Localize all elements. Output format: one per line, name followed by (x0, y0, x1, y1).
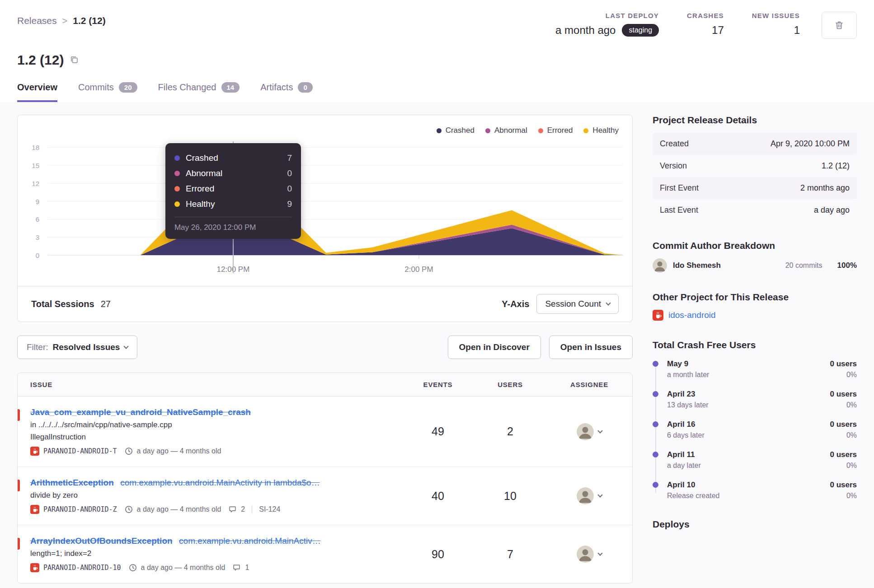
issue-title-link[interactable]: ArrayIndexOutOfBoundsException (30, 536, 173, 546)
breadcrumb-releases-link[interactable]: Releases (17, 15, 57, 26)
legend-healthy[interactable]: Healthy (583, 126, 619, 135)
issue-row[interactable]: Java_com_example_vu_android_NativeSample… (18, 397, 632, 467)
legend-crashed-label: Crashed (446, 126, 475, 135)
entry-subtitle: a day later (667, 462, 701, 470)
author-percent: 100% (837, 261, 857, 270)
crash-free-entry: April 11 0 users a day later 0% (667, 450, 857, 470)
y-tick-label: 12 (32, 179, 39, 187)
detail-value: 1.2 (12) (822, 161, 850, 171)
tab-overview-label: Overview (17, 82, 57, 93)
issue-title-link[interactable]: Java_com_example_vu_android_NativeSample… (30, 407, 251, 417)
assignee-dropdown[interactable] (546, 423, 632, 440)
y-tick-label: 15 (32, 162, 39, 169)
entry-users: 0 users (830, 450, 857, 459)
chart-footer: Total Sessions 27 Y-Axis Session Count (18, 286, 632, 322)
assignee-dropdown[interactable] (546, 487, 632, 504)
project-tag: PARANOID-ANDROID-T (43, 447, 117, 455)
entry-users: 0 users (830, 420, 857, 429)
resolved-indicator-bar (18, 409, 20, 421)
deploys-heading: Deploys (653, 519, 857, 530)
tab-files-changed[interactable]: Files Changed 14 (158, 82, 240, 102)
crashes-value: 17 (712, 24, 724, 37)
legend-errored[interactable]: Errored (538, 126, 573, 135)
page-header: Releases > 1.2 (12) LAST DEPLOY a month … (0, 0, 874, 102)
entry-users: 0 users (830, 481, 857, 490)
entry-users: 0 users (830, 359, 857, 369)
issues-filter-dropdown[interactable]: Filter: Resolved Issues (17, 336, 137, 359)
y-tick-label: 0 (36, 252, 39, 259)
commits-count-badge: 20 (119, 82, 137, 93)
chevron-down-icon (124, 344, 129, 349)
column-header-users: USERS (474, 381, 546, 388)
issue-age: a day ago — 4 months old (137, 505, 221, 513)
new-issues-label: NEW ISSUES (752, 12, 800, 19)
open-in-issues-button[interactable]: Open in Issues (549, 336, 633, 359)
last-deploy-label: LAST DEPLOY (606, 12, 659, 19)
main-column: Crashed Abnormal Errored Healthy 0369121… (17, 115, 633, 583)
issue-users-count: 10 (474, 490, 546, 503)
other-projects-heading: Other Project for This Release (653, 292, 857, 303)
tab-overview[interactable]: Overview (17, 82, 57, 102)
issues-toolbar: Filter: Resolved Issues Open in Discover… (17, 336, 633, 359)
deploy-env-badge[interactable]: staging (622, 24, 659, 37)
assignee-avatar (577, 423, 594, 440)
issue-value: IllegalInstruction (30, 433, 393, 442)
breadcrumb: Releases > 1.2 (12) (17, 12, 106, 26)
new-issues-value: 1 (794, 24, 800, 37)
sessions-chart-card: Crashed Abnormal Errored Healthy 0369121… (17, 115, 633, 322)
tab-commits[interactable]: Commits 20 (78, 82, 137, 102)
y-tick-label: 9 (36, 197, 39, 205)
legend-abnormal[interactable]: Abnormal (485, 126, 527, 135)
copy-version-button[interactable] (70, 55, 79, 65)
y-axis-label: Y-Axis (502, 299, 529, 309)
resolved-indicator-bar (18, 538, 20, 550)
release-details-section: Project Release Details Created Apr 9, 2… (653, 115, 857, 221)
comments-icon (229, 505, 237, 513)
stat-crashes: CRASHES 17 (687, 12, 724, 37)
tab-artifacts[interactable]: Artifacts 0 (260, 82, 313, 102)
issue-title-link[interactable]: ArithmeticException (30, 478, 114, 487)
detail-label: Last Event (660, 205, 698, 215)
entry-date: April 23 (667, 390, 695, 399)
entry-percent: 0% (846, 371, 857, 379)
deploys-section: Deploys (653, 519, 857, 530)
detail-value: 2 months ago (800, 183, 850, 193)
y-tick-label: 3 (36, 233, 39, 241)
issue-row[interactable]: ArithmeticException com.example.vu.andro… (18, 467, 632, 525)
commit-author-section: Commit Author Breakdown Ido Shemesh 20 c… (653, 240, 857, 273)
tooltip-row-healthy: Healthy 9 (174, 196, 292, 212)
open-in-discover-button[interactable]: Open in Discover (448, 336, 541, 359)
legend-abnormal-label: Abnormal (494, 126, 527, 135)
detail-label: Created (660, 139, 689, 149)
stat-last-deploy: LAST DEPLOY a month ago staging (555, 12, 659, 37)
sessions-area-chart[interactable]: Crashed 7 Abnormal 0 Errored 0 (47, 141, 623, 260)
page-title: 1.2 (12) (17, 52, 857, 68)
legend-crashed[interactable]: Crashed (437, 126, 475, 135)
project-name-link[interactable]: idos-android (668, 310, 716, 320)
chart-canvas (47, 141, 623, 260)
detail-row: Version 1.2 (12) (653, 155, 857, 177)
stat-new-issues: NEW ISSUES 1 (752, 12, 800, 37)
entry-subtitle: Release created (667, 492, 720, 500)
chevron-down-icon (597, 551, 602, 555)
last-deploy-value: a month ago (555, 24, 616, 37)
crashed-dot-icon (174, 155, 180, 161)
total-sessions-label: Total Sessions (31, 299, 94, 309)
y-axis-select[interactable]: Session Count (536, 294, 619, 314)
tooltip-healthy-label: Healthy (186, 199, 215, 209)
java-platform-icon (30, 505, 39, 514)
delete-release-button[interactable] (822, 12, 857, 39)
tooltip-abnormal-label: Abnormal (186, 168, 222, 178)
java-platform-icon (653, 310, 663, 321)
issue-row[interactable]: ArrayIndexOutOfBoundsException com.examp… (18, 525, 632, 583)
breadcrumb-current: 1.2 (12) (73, 15, 105, 26)
project-link[interactable]: idos-android (653, 310, 857, 321)
healthy-dot-icon (174, 201, 180, 207)
tooltip-crashed-value: 7 (287, 153, 292, 163)
crashed-dot-icon (437, 128, 442, 133)
filter-selected-value: Resolved Issues (53, 342, 120, 352)
entry-percent: 0% (846, 462, 857, 470)
y-axis-selected-value: Session Count (545, 299, 601, 309)
project-tag: PARANOID-ANDROID-10 (43, 564, 121, 572)
assignee-dropdown[interactable] (546, 546, 632, 563)
